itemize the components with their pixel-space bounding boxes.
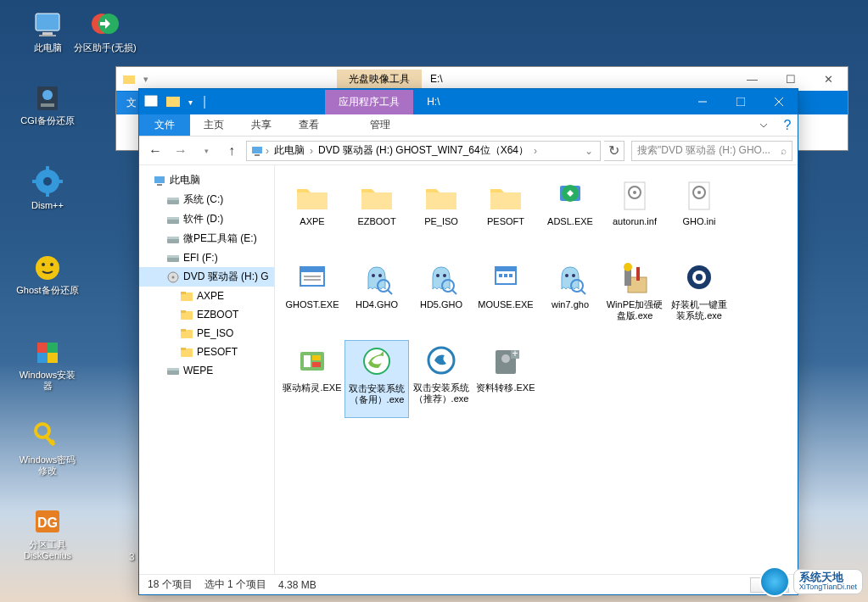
bg-title-drive: E:\ <box>430 73 443 85</box>
svg-rect-13 <box>56 180 63 183</box>
tree-item[interactable]: 微PE工具箱 (E:) <box>139 229 274 248</box>
svg-point-83 <box>565 274 568 277</box>
search-icon[interactable]: ⌕ <box>781 145 787 157</box>
ribbon-tab-manage[interactable]: 管理 <box>356 114 404 136</box>
file-item[interactable]: win7.gho <box>538 257 602 335</box>
file-item[interactable]: ADSL.EXE <box>538 174 602 252</box>
file-item[interactable]: PE_ISO <box>409 174 473 252</box>
breadcrumb[interactable]: › 此电脑 › DVD 驱动器 (H:) GHOST_WIN7_64位（X64）… <box>246 141 601 161</box>
breadcrumb-root[interactable]: 此电脑 <box>271 143 308 158</box>
file-item[interactable]: MOUSE.EXE <box>473 257 538 335</box>
file-item[interactable]: 好装机一键重装系统.exe <box>667 257 731 335</box>
tree-item[interactable]: PE_ISO <box>139 324 274 343</box>
file-item[interactable]: 双击安装系统（备用）.exe <box>344 340 409 418</box>
maximize-button[interactable] <box>721 89 759 114</box>
file-item[interactable]: autorun.inf <box>602 174 667 252</box>
qat-dropdown-icon[interactable]: ▾ <box>188 98 193 107</box>
windows-installer-icon[interactable]: Windows安装器 <box>15 334 80 392</box>
svg-rect-10 <box>46 166 49 173</box>
svg-rect-96 <box>312 355 321 360</box>
watermark-title: 系统天地 <box>799 571 857 583</box>
svg-rect-31 <box>736 98 745 106</box>
bg-close-button[interactable]: ✕ <box>809 67 848 91</box>
svg-rect-37 <box>157 184 162 186</box>
file-item[interactable]: 双击安装系统（推荐）.exe <box>409 340 473 418</box>
partition-assistant-icon[interactable]: 分区助手(无损) <box>73 7 137 53</box>
tree-item[interactable]: PESOFT <box>139 343 274 361</box>
file-item[interactable]: HD5.GHO <box>409 257 473 335</box>
tree-item[interactable]: 系统 (C:) <box>139 190 274 209</box>
ribbon-tab-view[interactable]: 查看 <box>285 114 333 136</box>
ghost-backup-icon[interactable]: Ghost备份还原 <box>15 249 80 296</box>
svg-rect-7 <box>41 103 54 107</box>
svg-point-22 <box>36 424 49 438</box>
svg-rect-81 <box>504 274 507 277</box>
tree-item[interactable]: 此电脑 <box>139 170 274 190</box>
svg-point-9 <box>43 177 52 186</box>
file-item[interactable]: EZBOOT <box>344 174 409 252</box>
ribbon-help-button[interactable]: ? <box>777 114 798 136</box>
watermark-url: XiTongTianDi.net <box>799 583 857 592</box>
breadcrumb-path[interactable]: DVD 驱动器 (H:) GHOST_WIN7_64位（X64） <box>315 143 532 158</box>
svg-rect-27 <box>123 75 135 84</box>
tree-item[interactable]: EZBOOT <box>139 305 274 324</box>
search-input[interactable]: 搜索"DVD 驱动器 (H:) GHO... ⌕ <box>631 141 792 161</box>
folder-icon <box>123 73 135 85</box>
ribbon-expand-button[interactable] <box>750 114 777 136</box>
title-bar[interactable]: ▾ | 应用程序工具 H:\ <box>139 89 798 114</box>
bg-minimize-button[interactable]: — <box>733 67 771 91</box>
file-item[interactable]: +资料转移.EXE <box>473 340 538 418</box>
svg-rect-18 <box>37 343 48 353</box>
tree-item[interactable]: AXPE <box>139 287 274 305</box>
file-item[interactable]: WinPE加强硬盘版.exe <box>602 257 667 335</box>
ribbon-file-tab[interactable]: 文件 <box>139 114 190 136</box>
refresh-button[interactable]: ↻ <box>604 141 624 161</box>
chevron-right-icon[interactable]: › <box>532 145 539 157</box>
svg-rect-82 <box>509 274 512 277</box>
svg-point-65 <box>697 191 701 194</box>
pc-icon[interactable]: 此电脑 <box>15 7 80 53</box>
minimize-button[interactable] <box>683 89 721 114</box>
nav-back-button[interactable]: ← <box>144 140 166 162</box>
navigation-pane[interactable]: 此电脑系统 (C:)软件 (D:)微PE工具箱 (E:)EFI (F:)DVD … <box>139 165 275 574</box>
windows-password-icon[interactable]: Windows密码修改 <box>15 419 80 477</box>
svg-point-70 <box>372 274 375 277</box>
desktop-badge: 3 <box>129 551 135 563</box>
svg-rect-41 <box>167 217 179 220</box>
bg-maximize-button[interactable]: ☐ <box>771 67 809 91</box>
breadcrumb-dropdown-icon[interactable]: ⌄ <box>581 145 596 157</box>
nav-forward-button[interactable]: → <box>170 140 192 162</box>
chevron-right-icon[interactable]: › <box>264 145 271 157</box>
svg-text:+: + <box>512 348 518 360</box>
dism-icon[interactable]: Dism++ <box>15 164 80 211</box>
svg-rect-19 <box>48 343 58 353</box>
svg-point-14 <box>36 256 59 280</box>
tree-item[interactable]: EFI (F:) <box>139 248 274 267</box>
file-item[interactable]: AXPE <box>280 174 344 252</box>
file-item[interactable]: 驱动精灵.EXE <box>280 340 344 418</box>
tree-item[interactable]: 软件 (D:) <box>139 209 274 229</box>
file-item[interactable]: PESOFT <box>473 174 538 252</box>
svg-point-84 <box>572 274 575 277</box>
svg-point-75 <box>443 274 446 277</box>
file-item[interactable]: GHO.ini <box>667 174 731 252</box>
file-item[interactable]: HD4.GHO <box>344 257 409 335</box>
svg-rect-20 <box>37 353 48 363</box>
folder-icon <box>166 95 182 109</box>
nav-recent-button[interactable]: ▾ <box>195 140 217 162</box>
file-item[interactable]: GHOST.EXE <box>280 257 344 335</box>
svg-point-47 <box>172 276 175 278</box>
chevron-right-icon[interactable]: › <box>308 145 315 157</box>
file-list[interactable]: AXPEEZBOOTPE_ISOPESOFTADSL.EXEautorun.in… <box>275 165 798 574</box>
tree-item[interactable]: DVD 驱动器 (H:) G <box>139 267 274 287</box>
nav-up-button[interactable]: ↑ <box>221 140 243 162</box>
status-bar: 18 个项目 选中 1 个项目 4.38 MB <box>139 574 798 594</box>
close-button[interactable] <box>759 89 798 114</box>
svg-rect-1 <box>42 32 53 35</box>
tree-item[interactable]: WEPE <box>139 361 274 380</box>
cgi-backup-icon[interactable]: CGI备份还原 <box>15 80 80 126</box>
svg-rect-67 <box>300 267 324 272</box>
ribbon-tab-home[interactable]: 主页 <box>190 114 238 136</box>
ribbon-tab-share[interactable]: 共享 <box>238 114 285 136</box>
diskgenius-icon[interactable]: DG分区工具DiskGenius <box>15 504 80 561</box>
